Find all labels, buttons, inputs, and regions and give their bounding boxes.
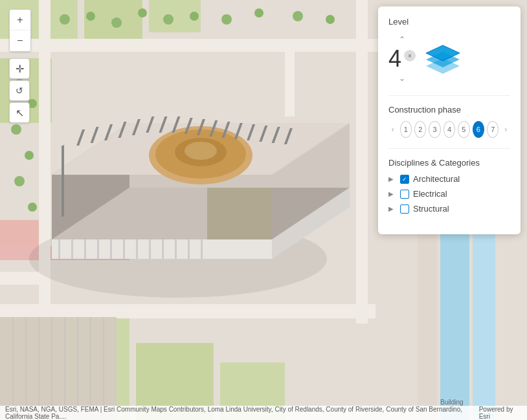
svg-point-40: [11, 124, 21, 135]
level-close-button[interactable]: ×: [404, 50, 416, 61]
divider-2: [388, 148, 510, 149]
attribution-text: Esri, NASA, NGA, USGS, FEMA | Esri Commu…: [5, 406, 479, 420]
attribution-bar: Esri, NASA, NGA, USGS, FEMA | Esri Commu…: [0, 406, 527, 420]
phase-6-button[interactable]: 6: [473, 121, 484, 138]
pan-button[interactable]: ✛: [9, 58, 30, 79]
electrical-checkbox[interactable]: [400, 190, 409, 199]
svg-point-31: [138, 8, 147, 17]
svg-rect-90: [201, 239, 203, 259]
svg-rect-10: [0, 272, 45, 285]
phase-2-button[interactable]: 2: [414, 121, 426, 138]
svg-point-37: [326, 15, 335, 24]
layer-stack-icon: [423, 43, 462, 75]
cursor-button[interactable]: ↖: [9, 102, 30, 123]
discipline-structural: ▶ Structural: [388, 204, 510, 214]
discipline-architectural: ▶ Architectural: [388, 174, 510, 184]
svg-rect-86: [149, 239, 151, 259]
svg-point-30: [111, 17, 122, 28]
svg-point-36: [293, 11, 303, 21]
disciplines-label: Disciplines & Categories: [388, 158, 510, 168]
electrical-label: Electrical: [413, 189, 447, 199]
svg-rect-8: [0, 39, 388, 52]
svg-rect-85: [136, 239, 138, 259]
disciplines-section: Disciplines & Categories ▶ Architectural…: [388, 158, 510, 214]
svg-point-32: [163, 14, 174, 25]
phase-prev-button[interactable]: ‹: [388, 123, 398, 136]
svg-rect-88: [175, 239, 177, 259]
side-panel: Level ⌃ 4 × ⌄: [378, 6, 521, 234]
svg-point-35: [254, 8, 264, 17]
svg-rect-84: [123, 239, 125, 259]
level-value-wrap: 4 ×: [388, 47, 416, 71]
svg-rect-9: [0, 304, 376, 318]
construction-phase-section: Construction phase ‹ 1 2 3 4 5 6 7 ›: [388, 105, 510, 138]
svg-rect-82: [97, 239, 99, 259]
structural-expand[interactable]: ▶: [388, 205, 396, 212]
powered-by-text: Powered by Esri: [479, 406, 522, 420]
level-up-button[interactable]: ⌃: [394, 33, 410, 46]
svg-text:Building: Building: [440, 399, 464, 406]
phase-next-button[interactable]: ›: [501, 123, 510, 136]
architectural-label: Architectural: [413, 174, 460, 184]
svg-rect-16: [0, 317, 117, 420]
svg-rect-87: [162, 239, 164, 259]
svg-point-53: [185, 142, 217, 160]
zoom-in-button[interactable]: +: [10, 10, 30, 30]
svg-rect-80: [71, 239, 73, 259]
phase-7-button[interactable]: 7: [487, 121, 499, 138]
construction-phase-label: Construction phase: [388, 105, 510, 115]
svg-rect-15: [285, 39, 295, 116]
svg-point-41: [25, 151, 34, 160]
svg-rect-14: [356, 0, 368, 324]
zoom-controls: + −: [9, 9, 31, 52]
phase-3-button[interactable]: 3: [429, 121, 440, 138]
structural-label: Structural: [413, 204, 449, 214]
rotate-button[interactable]: ↺: [9, 80, 30, 101]
phase-5-button[interactable]: 5: [458, 121, 469, 138]
level-value: 4: [388, 47, 401, 71]
architectural-checkbox[interactable]: [400, 175, 409, 184]
svg-point-33: [190, 12, 199, 21]
map-controls: + − ✛ ↺ ↖: [9, 9, 31, 123]
level-section: Level ⌃ 4 × ⌄: [388, 17, 510, 85]
architectural-expand[interactable]: ▶: [388, 175, 396, 182]
electrical-expand[interactable]: ▶: [388, 190, 396, 197]
phase-4-button[interactable]: 4: [443, 121, 455, 138]
level-down-button[interactable]: ⌄: [394, 72, 410, 85]
level-label: Level: [388, 17, 510, 27]
svg-point-34: [221, 14, 232, 25]
svg-rect-81: [84, 239, 86, 259]
svg-point-42: [14, 176, 25, 186]
svg-rect-79: [58, 239, 60, 259]
svg-rect-75: [62, 197, 64, 217]
svg-rect-83: [110, 239, 112, 259]
svg-point-43: [28, 203, 37, 212]
zoom-out-button[interactable]: −: [10, 30, 30, 51]
svg-rect-89: [188, 239, 190, 259]
phase-1-button[interactable]: 1: [400, 121, 412, 138]
svg-point-29: [86, 12, 95, 21]
svg-marker-78: [207, 188, 272, 239]
phase-control: ‹ 1 2 3 4 5 6 7 ›: [388, 121, 510, 138]
level-control: ⌃ 4 × ⌄: [388, 33, 510, 85]
svg-point-28: [60, 14, 70, 25]
structural-checkbox[interactable]: [400, 204, 409, 214]
discipline-electrical: ▶ Electrical: [388, 189, 510, 199]
divider-1: [388, 95, 510, 96]
level-stepper: ⌃ 4 × ⌄: [388, 33, 416, 85]
